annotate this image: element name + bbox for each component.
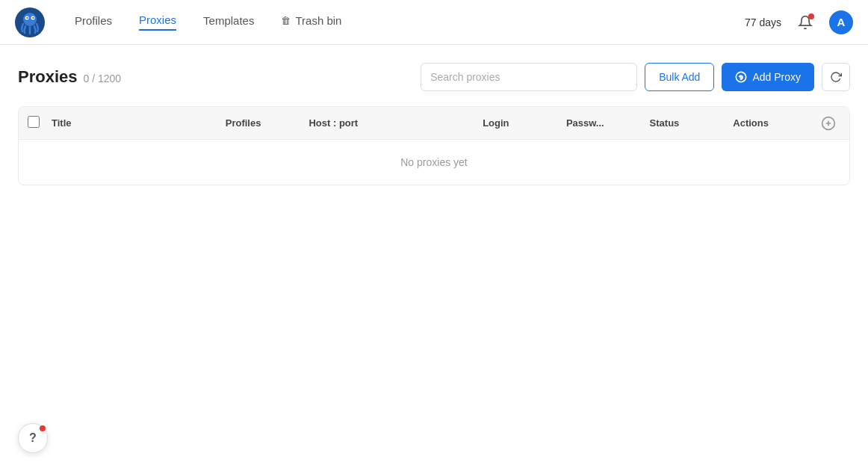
main-content: Proxies 0 / 1200 Bulk Add Add Proxy	[0, 45, 868, 185]
table-header-row: Title Profiles Host : port Login Passw..…	[19, 107, 849, 140]
app-header: Profiles Proxies Templates 🗑 Trash bin 7…	[0, 0, 868, 45]
select-all-checkbox-col[interactable]	[28, 116, 52, 131]
nav-item-templates[interactable]: Templates	[203, 14, 254, 30]
add-proxy-icon	[735, 71, 747, 83]
nav-item-profiles[interactable]: Profiles	[75, 14, 112, 30]
proxies-table: Title Profiles Host : port Login Passw..…	[18, 106, 850, 185]
proxies-header: Proxies 0 / 1200 Bulk Add Add Proxy	[18, 63, 850, 91]
refresh-icon	[830, 71, 842, 83]
col-header-login: Login	[483, 117, 566, 129]
header-right: 77 days A	[745, 10, 853, 34]
help-dot	[40, 425, 46, 431]
col-header-password: Passw...	[566, 117, 650, 129]
page-title: Proxies	[18, 67, 78, 87]
search-wrap	[421, 63, 637, 91]
proxies-count: 0 / 1200	[84, 73, 122, 84]
svg-point-7	[740, 76, 743, 78]
proxies-title-group: Proxies 0 / 1200	[18, 67, 421, 87]
col-header-profiles: Profiles	[226, 117, 309, 129]
notification-dot	[808, 13, 814, 19]
col-header-title: Title	[52, 117, 226, 129]
svg-point-4	[27, 17, 28, 19]
col-header-host: Host : port	[309, 117, 483, 129]
col-header-status: Status	[650, 117, 734, 129]
select-all-checkbox[interactable]	[28, 116, 40, 128]
logo[interactable]	[15, 7, 45, 37]
add-proxy-button[interactable]: Add Proxy	[722, 63, 814, 91]
proxies-controls: Bulk Add Add Proxy	[421, 63, 850, 91]
help-icon: ?	[29, 431, 37, 445]
user-avatar[interactable]: A	[829, 10, 853, 34]
days-counter: 77 days	[745, 16, 781, 28]
nav-item-proxies[interactable]: Proxies	[139, 13, 176, 31]
nav-item-trash[interactable]: 🗑 Trash bin	[281, 14, 341, 30]
empty-state: No proxies yet	[19, 140, 849, 185]
col-header-actions: Actions	[733, 117, 816, 129]
col-header-add[interactable]	[816, 116, 840, 131]
svg-point-5	[33, 17, 34, 19]
main-nav: Profiles Proxies Templates 🗑 Trash bin	[75, 13, 745, 31]
bulk-add-button[interactable]: Bulk Add	[645, 63, 714, 91]
notification-button[interactable]	[793, 10, 817, 34]
svg-point-6	[737, 72, 746, 81]
logo-icon	[15, 7, 45, 37]
help-button[interactable]: ?	[18, 423, 48, 453]
refresh-button[interactable]	[822, 63, 850, 91]
search-input[interactable]	[421, 63, 637, 91]
svg-point-1	[23, 13, 37, 26]
trash-icon: 🗑	[281, 15, 291, 26]
add-column-icon	[821, 116, 836, 131]
